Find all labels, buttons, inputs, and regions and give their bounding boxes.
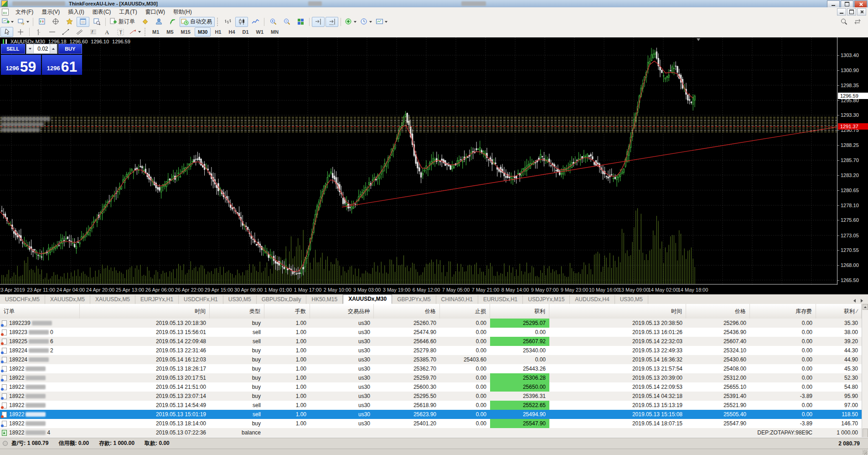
shapes-tool-button[interactable]: [128, 27, 142, 37]
column-header-2[interactable]: 类型: [210, 304, 264, 319]
menu-item-4[interactable]: 工具(T): [115, 7, 141, 17]
column-header-4[interactable]: 交易品种: [310, 304, 374, 319]
timeframe-w1-button[interactable]: W1: [253, 27, 267, 37]
tabs-scroll-right-button[interactable]: [858, 297, 865, 304]
price-scale[interactable]: 1303.401300.901298.351295.801293.301290.…: [837, 37, 868, 285]
signals-button[interactable]: [166, 17, 179, 27]
volume-increase-button[interactable]: [50, 44, 57, 54]
candle-chart-mode-button[interactable]: [235, 17, 248, 27]
column-header-0[interactable]: 订单: [0, 304, 80, 319]
menu-item-0[interactable]: 文件(F): [11, 7, 37, 17]
vertical-line-tool-button[interactable]: [32, 27, 45, 37]
chart-tab-0[interactable]: USDCHFx,M5: [0, 295, 45, 304]
terminal-button[interactable]: [77, 17, 89, 27]
column-header-11[interactable]: 获利∕: [816, 304, 862, 319]
sell-price-display[interactable]: 1296 59: [1, 55, 41, 75]
chart-minimize-button[interactable]: [837, 8, 846, 16]
trendline-tool-button[interactable]: [59, 27, 72, 37]
chart-tab-8[interactable]: XAUUSDx,M30: [343, 294, 392, 304]
close-button[interactable]: [854, 0, 867, 8]
timeframe-h1-button[interactable]: H1: [212, 27, 224, 37]
table-row[interactable]: 189222019.05.14 21:51:00buy1.00us3025600…: [0, 382, 862, 392]
column-header-9[interactable]: 价格: [686, 304, 750, 319]
chart-tab-10[interactable]: CHINA50,H1: [436, 295, 478, 304]
sell-button[interactable]: SELL: [1, 44, 25, 54]
menu-item-2[interactable]: 插入(I): [64, 7, 88, 17]
table-row[interactable]: 189222019.05.13 14:54:49sell1.00us302561…: [0, 401, 862, 410]
search-button[interactable]: [837, 17, 850, 27]
chart-tab-6[interactable]: GBPUSDx,Daily: [257, 295, 307, 304]
table-row[interactable]: 18922302019.05.13 15:56:01sell1.00us3025…: [0, 328, 862, 337]
menu-item-5[interactable]: 窗口(W): [141, 7, 169, 17]
menu-item-3[interactable]: 图表(C): [88, 7, 115, 17]
market-watch-button[interactable]: [36, 17, 48, 27]
chart-system-menu-icon[interactable]: [2, 9, 9, 16]
menu-item-1[interactable]: 显示(V): [37, 7, 64, 17]
buy-button[interactable]: BUY: [58, 44, 83, 54]
periods-list-button[interactable]: [359, 17, 373, 27]
chart-tab-5[interactable]: US30,M5: [223, 295, 257, 304]
line-chart-mode-button[interactable]: [249, 17, 262, 27]
scroll-up-button[interactable]: [863, 304, 868, 310]
strategy-tester-button[interactable]: [90, 17, 103, 27]
channel-tool-button[interactable]: [73, 27, 86, 37]
table-row[interactable]: 189222019.05.13 20:17:51buy1.00us3025259…: [0, 373, 862, 382]
candlestick-chart[interactable]: [0, 37, 837, 285]
table-row[interactable]: 1892242019.05.14 16:12:03buy1.00us302538…: [0, 355, 862, 364]
toolbar-overflow-button[interactable]: [851, 17, 864, 27]
cursor-tool-button[interactable]: [0, 27, 13, 37]
table-row[interactable]: 18922422019.05.13 22:31:46buy1.00us30252…: [0, 346, 862, 355]
crosshair-tool-button[interactable]: [14, 27, 27, 37]
timeframe-h4-button[interactable]: H4: [225, 27, 238, 37]
chart-tab-1[interactable]: XAUUSDx,M5: [45, 295, 90, 304]
table-row[interactable]: 189222019.05.13 23:07:14buy1.00us3025295…: [0, 392, 862, 401]
column-header-1[interactable]: 时间: [80, 304, 210, 319]
column-header-3[interactable]: 手数: [264, 304, 310, 319]
experts-button[interactable]: [152, 17, 165, 27]
volume-decrease-button[interactable]: [26, 44, 34, 54]
menu-item-6[interactable]: 帮助(H): [169, 7, 196, 17]
chart-tab-14[interactable]: US30,M5: [615, 295, 648, 304]
timeframe-m5-button[interactable]: M5: [163, 27, 176, 37]
fibonacci-tool-button[interactable]: f: [87, 27, 99, 37]
tabs-scroll-left-button[interactable]: [851, 297, 858, 304]
table-row[interactable]: 18922562019.05.14 22:09:48sell1.00us3025…: [0, 337, 862, 346]
chart-restore-button[interactable]: [847, 8, 856, 16]
chart-tab-11[interactable]: EURUSDx,H1: [478, 295, 523, 304]
zoom-in-button[interactable]: [267, 17, 279, 27]
table-row[interactable]: 189222019.05.13 18:26:17buy1.00us3025362…: [0, 364, 862, 373]
profiles-button[interactable]: [16, 17, 31, 27]
new-chart-button[interactable]: [0, 17, 15, 27]
table-row[interactable]: 1892242019.05.13 07:22:36balanceDEP:ZOTA…: [0, 428, 862, 437]
chart-tab-9[interactable]: GBPJPYx,M5: [392, 295, 436, 304]
chart-tab-2[interactable]: XAUUSDx,M5: [90, 295, 135, 304]
table-row[interactable]: 18922392019.05.13 20:18:30buy1.00us30252…: [0, 319, 862, 328]
chart-shift-button[interactable]: [312, 17, 325, 27]
templates-button[interactable]: [374, 17, 389, 27]
text-tool-button[interactable]: A: [100, 27, 113, 37]
indicators-list-button[interactable]: [343, 17, 358, 27]
label-tool-button[interactable]: T: [114, 27, 127, 37]
tile-windows-button[interactable]: [294, 17, 307, 27]
maximize-button[interactable]: [841, 0, 853, 8]
column-header-5[interactable]: 价格: [374, 304, 440, 319]
chart-close-button[interactable]: [857, 8, 866, 16]
zoom-out-button[interactable]: [280, 17, 293, 27]
autotrading-button[interactable]: 自动交易: [180, 17, 215, 27]
timeframe-m15-button[interactable]: M15: [178, 27, 194, 37]
metaeditor-button[interactable]: [139, 17, 151, 27]
navigator-button[interactable]: [63, 17, 76, 27]
table-scrollbar[interactable]: [862, 304, 868, 449]
chart-tab-3[interactable]: EURJPYx,H1: [135, 295, 179, 304]
buy-price-display[interactable]: 1296 61: [42, 55, 82, 75]
column-header-8[interactable]: 时间: [549, 304, 686, 319]
timeframe-m30-button[interactable]: M30: [195, 27, 211, 37]
data-window-button[interactable]: [49, 17, 62, 27]
table-row[interactable]: 189222019.05.13 18:14:00buy1.00us3025401…: [0, 419, 862, 428]
volume-input[interactable]: [34, 45, 50, 52]
minimize-button[interactable]: [827, 0, 840, 8]
bar-chart-mode-button[interactable]: [222, 17, 234, 27]
new-order-button[interactable]: 新订单: [108, 17, 138, 27]
chart-tab-4[interactable]: USDCHFx,H1: [179, 295, 223, 304]
timeframe-mn-button[interactable]: MN: [268, 27, 282, 37]
